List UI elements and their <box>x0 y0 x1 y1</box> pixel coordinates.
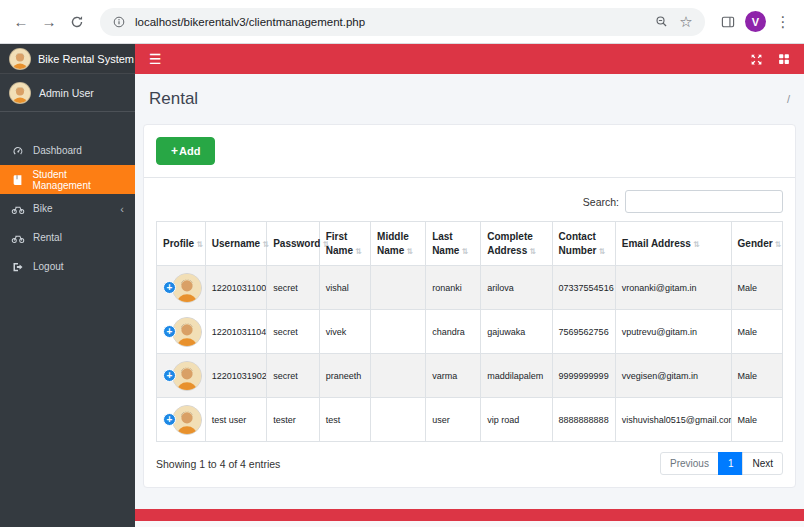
student-icon <box>11 174 24 186</box>
plus-icon: + <box>171 144 178 158</box>
card-toolbar: + Add <box>144 125 795 178</box>
cell-first_name: test <box>319 398 370 442</box>
profile-avatar[interactable] <box>172 273 202 303</box>
bookmark-star-icon[interactable]: ☆ <box>677 13 695 31</box>
cell-contact_number: 07337554516 <box>552 266 615 310</box>
browser-chrome: ← → localhost/bikerentalv3/clientmanagem… <box>0 0 804 44</box>
brand-logo-avatar <box>9 48 31 70</box>
user-avatar <box>9 82 31 104</box>
search-row: Search: <box>156 190 783 213</box>
topbar: ☰ <box>135 44 804 74</box>
cell-password: secret <box>267 354 320 398</box>
search-label: Search: <box>583 196 619 208</box>
cell-email: vishuvishal0515@gmail.com <box>615 398 731 442</box>
browser-menu-icon[interactable]: ⋮ <box>772 11 794 33</box>
cell-contact_number: 8888888888 <box>552 398 615 442</box>
sidebar-item-dashboard[interactable]: Dashboard <box>0 136 135 165</box>
column-header[interactable]: Middle Name⇅ <box>371 222 426 266</box>
back-icon[interactable]: ← <box>10 11 32 33</box>
sort-icon: ⇅ <box>461 247 468 256</box>
column-header[interactable]: Gender⇅ <box>731 222 782 266</box>
cell-contact_number: 9999999999 <box>552 354 615 398</box>
page-header: Rental / <box>135 74 804 124</box>
side-panel-icon[interactable] <box>717 11 739 33</box>
sidebar-item-logout[interactable]: Logout <box>0 252 135 281</box>
url-text: localhost/bikerentalv3/clientmanagement.… <box>135 16 645 28</box>
column-header[interactable]: Complete Address⇅ <box>481 222 552 266</box>
cell-middle_name <box>371 266 426 310</box>
sidebar-item-bike[interactable]: Bike‹ <box>0 194 135 223</box>
rental-icon <box>11 232 25 244</box>
profile-cell: + <box>157 398 206 442</box>
column-header[interactable]: Last Name⇅ <box>426 222 481 266</box>
breadcrumb: / <box>787 93 790 105</box>
sidebar: Bike Rental System Admin User DashboardS… <box>0 44 135 527</box>
card-body: Search: Profile⇅Username⇅Password⇅First … <box>144 178 795 487</box>
cell-last_name: chandra <box>426 310 481 354</box>
cell-username: 122010319029 <box>205 354 266 398</box>
cell-username: test user <box>205 398 266 442</box>
dashboard-icon <box>11 145 25 157</box>
previous-page-button[interactable]: Previous <box>660 452 719 475</box>
grid-icon[interactable] <box>778 53 790 65</box>
profile-avatar[interactable] <box>172 317 202 347</box>
column-header[interactable]: Profile⇅ <box>157 222 206 266</box>
sort-icon: ⇅ <box>775 240 782 249</box>
sidebar-user: Admin User <box>0 74 135 112</box>
sidebar-item-rental[interactable]: Rental <box>0 223 135 252</box>
sidebar-item-label: Bike <box>33 203 52 214</box>
app-frame: Bike Rental System Admin User DashboardS… <box>0 44 804 527</box>
column-header[interactable]: Email Address⇅ <box>615 222 731 266</box>
zoom-icon[interactable] <box>652 13 670 31</box>
profile-cell: + <box>157 266 206 310</box>
profile-cell: + <box>157 310 206 354</box>
cell-contact_number: 7569562756 <box>552 310 615 354</box>
cell-first_name: praneeth <box>319 354 370 398</box>
profile-avatar[interactable] <box>172 405 202 435</box>
site-info-icon[interactable] <box>110 13 128 31</box>
cell-email: vronanki@gitam.in <box>615 266 731 310</box>
page-title: Rental <box>149 89 198 109</box>
sidebar-item-label: Student Management <box>32 169 124 191</box>
showing-entries: Showing 1 to 4 of 4 entries <box>156 458 280 470</box>
column-header[interactable]: First Name⇅ <box>319 222 370 266</box>
cell-gender: Male <box>731 354 782 398</box>
hamburger-menu-icon[interactable]: ☰ <box>149 51 162 67</box>
footer-pad <box>135 521 804 527</box>
sort-icon: ⇅ <box>529 247 536 256</box>
cell-middle_name <box>371 398 426 442</box>
page-number-button[interactable]: 1 <box>718 452 744 475</box>
cell-username: 122010311040 <box>205 310 266 354</box>
table-row: +122010311040secretvivekchandragajuwaka7… <box>157 310 783 354</box>
sort-icon: ⇅ <box>196 240 203 249</box>
column-header[interactable]: Contact Number⇅ <box>552 222 615 266</box>
cell-last_name: user <box>426 398 481 442</box>
header-row: Profile⇅Username⇅Password⇅First Name⇅Mid… <box>157 222 783 266</box>
search-input[interactable] <box>625 190 783 213</box>
sidebar-item-student-management[interactable]: Student Management <box>0 165 135 194</box>
chevron-left-icon: ‹ <box>120 203 124 215</box>
table-body: +122010311004secretvishalronankiarilova0… <box>157 266 783 442</box>
column-header[interactable]: Password⇅ <box>267 222 320 266</box>
address-bar[interactable]: localhost/bikerentalv3/clientmanagement.… <box>100 8 705 36</box>
cell-complete_address: maddilapalem <box>481 354 552 398</box>
next-page-button[interactable]: Next <box>742 452 783 475</box>
browser-profile-avatar[interactable]: V <box>745 11 766 32</box>
add-button[interactable]: + Add <box>156 137 215 165</box>
cell-email: vputrevu@gitam.in <box>615 310 731 354</box>
screen: ← → localhost/bikerentalv3/clientmanagem… <box>0 0 804 527</box>
cell-last_name: ronanki <box>426 266 481 310</box>
profile-avatar[interactable] <box>172 361 202 391</box>
sidebar-item-label: Dashboard <box>33 145 82 156</box>
reload-icon[interactable] <box>66 11 88 33</box>
add-button-label: Add <box>179 145 200 157</box>
cell-email: vvegisen@gitam.in <box>615 354 731 398</box>
expand-icon[interactable] <box>750 53 763 66</box>
column-header[interactable]: Username⇅ <box>205 222 266 266</box>
cell-gender: Male <box>731 398 782 442</box>
brand[interactable]: Bike Rental System <box>0 44 135 74</box>
sort-icon: ⇅ <box>262 240 269 249</box>
sidebar-item-label: Logout <box>33 261 64 272</box>
forward-icon[interactable]: → <box>38 11 60 33</box>
cell-username: 122010311004 <box>205 266 266 310</box>
